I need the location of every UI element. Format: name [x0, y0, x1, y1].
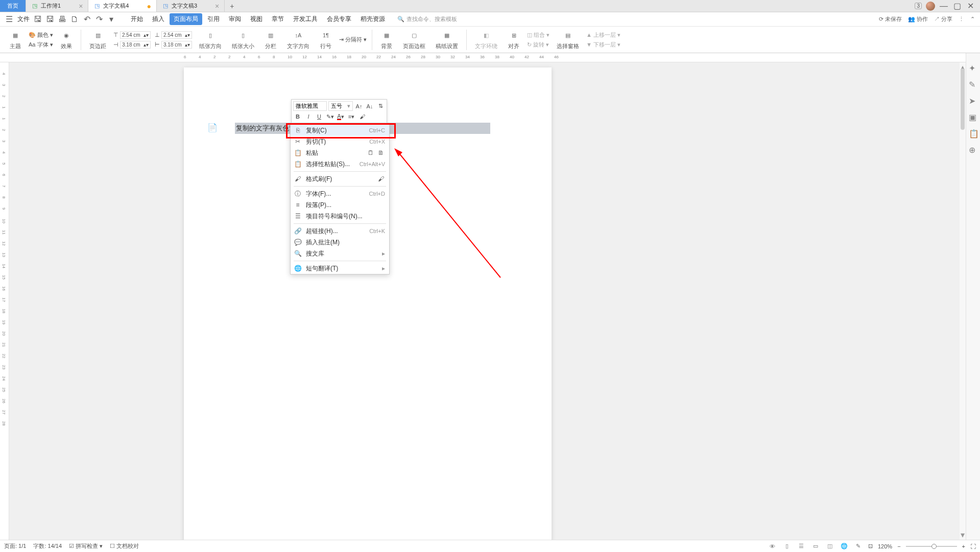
font-family-select[interactable]: 微软雅黑: [293, 101, 327, 111]
scroll-down-icon[interactable]: ▾: [961, 530, 965, 540]
line-number-button[interactable]: 1¶行号: [318, 28, 334, 51]
tab-close-icon[interactable]: ×: [215, 2, 219, 10]
menu-start[interactable]: 开始: [127, 13, 147, 25]
ctx-translate[interactable]: 🌐短句翻译(T)▸: [291, 263, 389, 274]
ctx-para[interactable]: ≡段落(P)...: [291, 199, 389, 211]
horizontal-ruler[interactable]: 6422468101214161820222426283032343638404…: [0, 53, 980, 62]
maximize-icon[interactable]: ▢: [952, 3, 962, 10]
pen-icon[interactable]: ✎: [969, 80, 978, 89]
tab-doc4[interactable]: ◳ 文字文稿4 ●: [88, 0, 157, 12]
columns-button[interactable]: ▥分栏: [262, 28, 279, 51]
send-backward-button[interactable]: ▼下移一层▾: [585, 40, 622, 49]
group-button[interactable]: ◫组合▾: [526, 31, 551, 39]
color-button[interactable]: 🎨颜色▾: [28, 31, 54, 39]
vertical-ruler[interactable]: 4321123456789101112131415161718192021222…: [0, 62, 9, 540]
proofing-toggle[interactable]: ☐ 文档校对: [110, 542, 139, 550]
more-icon[interactable]: ⋮: [959, 16, 964, 22]
unsaved-indicator[interactable]: ⟳ 未保存: [879, 15, 902, 23]
location-icon[interactable]: ⊕: [969, 145, 978, 154]
breaks-button[interactable]: ⇥分隔符▾: [338, 35, 368, 44]
paste-text-only-icon[interactable]: 🗎: [377, 149, 385, 157]
collab-button[interactable]: 👥 协作: [908, 15, 928, 23]
dropdown-icon[interactable]: ▾: [107, 15, 115, 24]
ctx-cut[interactable]: ✂剪切(T)Ctrl+X: [291, 136, 389, 147]
menu-references[interactable]: 引用: [203, 13, 224, 25]
web-view-icon[interactable]: ◫: [825, 543, 834, 550]
menu-devtools[interactable]: 开发工具: [289, 13, 322, 25]
ctx-copy[interactable]: ⎘复制(C)Ctrl+C: [291, 125, 389, 136]
tab-doc3[interactable]: ◳ 文字文稿3 ×: [157, 0, 225, 12]
zoom-level[interactable]: 120%: [878, 543, 892, 549]
print-icon[interactable]: 🖶: [58, 15, 66, 24]
menu-page-layout[interactable]: 页面布局: [170, 13, 202, 25]
menu-sections[interactable]: 章节: [268, 13, 288, 25]
effect-button[interactable]: ◉效果: [58, 28, 75, 51]
shrink-font-icon[interactable]: A↓: [365, 102, 374, 111]
fullscreen-icon[interactable]: ⛶: [970, 543, 976, 549]
collapse-ribbon-icon[interactable]: ⌃: [970, 16, 975, 22]
page-indicator[interactable]: 页面: 1/1: [4, 542, 26, 550]
font-color-icon[interactable]: A▾: [336, 112, 345, 121]
menu-vip[interactable]: 会员专享: [323, 13, 355, 25]
file-menu[interactable]: 文件: [17, 15, 30, 24]
cursor-icon[interactable]: ➤: [969, 96, 978, 105]
grow-font-icon[interactable]: A↑: [354, 102, 364, 111]
bold-icon[interactable]: B: [293, 112, 302, 121]
close-icon[interactable]: ✕: [966, 3, 975, 10]
ctx-paste[interactable]: 📋粘贴🗒🗎: [291, 147, 389, 158]
save-as-icon[interactable]: 🖫: [46, 15, 54, 24]
save-icon[interactable]: 🖫: [34, 15, 42, 24]
tab-workbook1[interactable]: ◳ 工作簿1 ×: [26, 0, 88, 12]
ctx-font[interactable]: ⓘ字体(F)...Ctrl+D: [291, 188, 389, 199]
margins-button[interactable]: ▥页边距: [87, 28, 108, 51]
orientation-button[interactable]: ▯纸张方向: [197, 28, 224, 51]
new-tab-button[interactable]: +: [225, 0, 239, 12]
ctx-link[interactable]: 🔗超链接(H)...Ctrl+K: [291, 225, 389, 237]
selection-pane-button[interactable]: ▤选择窗格: [555, 28, 581, 51]
minimize-icon[interactable]: —: [939, 3, 948, 10]
clipboard-icon[interactable]: 📋: [969, 129, 978, 138]
avatar[interactable]: [926, 2, 935, 11]
line-spacing-icon[interactable]: ⇅: [376, 102, 385, 111]
zoom-out-icon[interactable]: −: [897, 543, 900, 549]
toolbox-icon[interactable]: ▣: [969, 112, 978, 122]
tab-close-icon[interactable]: ×: [79, 2, 83, 10]
ctx-format-painter[interactable]: 🖌格式刷(F)🖌: [291, 173, 389, 185]
page-border-button[interactable]: ▢页面边框: [401, 28, 427, 51]
redo-icon[interactable]: ↷: [95, 15, 103, 24]
menu-view[interactable]: 视图: [246, 13, 267, 25]
undo-icon[interactable]: ↶: [83, 15, 91, 24]
theme-button[interactable]: ▦主题: [7, 28, 23, 51]
menu-insert[interactable]: 插入: [148, 13, 169, 25]
align-button[interactable]: ⊞对齐: [506, 28, 522, 51]
italic-icon[interactable]: I: [304, 112, 313, 121]
text-direction-button[interactable]: ↕A文字方向: [285, 28, 312, 51]
menu-resources[interactable]: 稻壳资源: [356, 13, 389, 25]
background-button[interactable]: ▦背景: [378, 28, 395, 51]
home-tab[interactable]: 首页: [0, 0, 26, 12]
read-view-icon[interactable]: ▭: [811, 543, 820, 550]
tools-icon[interactable]: ✎: [854, 543, 863, 550]
paper-size-button[interactable]: ▯纸张大小: [230, 28, 256, 51]
tab-count-badge[interactable]: 3: [915, 3, 922, 9]
ctx-bullets[interactable]: ☰项目符号和编号(N)...: [291, 211, 389, 222]
vertical-scrollbar[interactable]: ▴ ▾: [960, 62, 966, 540]
rotate-button[interactable]: ↻旋转▾: [526, 40, 551, 49]
format-painter-extra-icon[interactable]: 🖌: [377, 175, 385, 183]
scroll-thumb[interactable]: [961, 68, 965, 130]
highlight-icon[interactable]: ✎▾: [325, 112, 334, 121]
underline-icon[interactable]: U: [315, 112, 324, 121]
paste-keep-format-icon[interactable]: 🗒: [367, 149, 375, 157]
zoom-slider[interactable]: [906, 546, 957, 547]
ctx-comment[interactable]: 💬插入批注(M): [291, 237, 389, 248]
print-preview-icon[interactable]: 🗋: [70, 15, 79, 24]
globe-icon[interactable]: 🌐: [840, 543, 849, 550]
ctx-paste-special[interactable]: 📋选择性粘贴(S)...Ctrl+Alt+V: [291, 158, 389, 170]
eye-icon[interactable]: 👁: [768, 543, 777, 550]
assistant-icon[interactable]: ✦: [969, 63, 978, 73]
zoom-in-icon[interactable]: +: [962, 543, 965, 549]
hamburger-icon[interactable]: ☰: [5, 15, 13, 24]
font-size-select[interactable]: 五号▾: [328, 101, 353, 111]
align-icon[interactable]: ≡▾: [347, 112, 356, 121]
outline-view-icon[interactable]: ☰: [797, 543, 806, 550]
